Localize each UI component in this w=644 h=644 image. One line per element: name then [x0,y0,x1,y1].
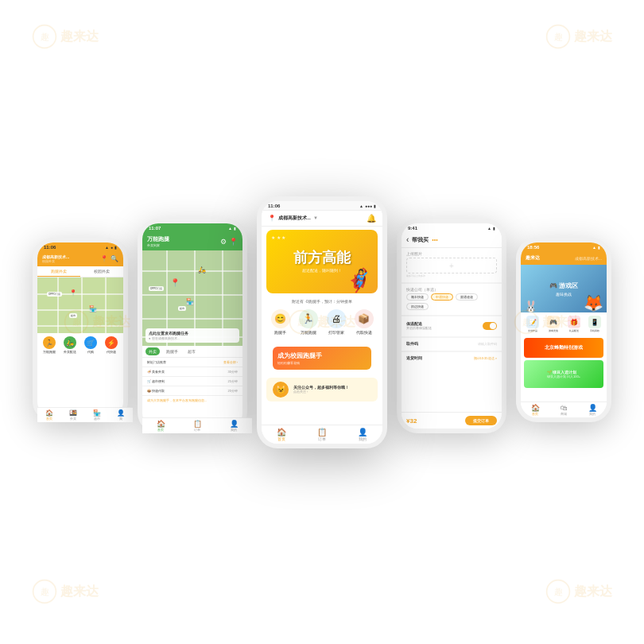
wifi-icon: ▲ [359,204,363,208]
tab-waimai[interactable]: 外卖 [145,347,160,355]
tab-paotui-ren[interactable]: 跑腿手 [163,347,181,355]
grid-icon-3: 🎁 [568,316,580,328]
road-h1 [142,270,242,272]
phone-2-map: 📍 🏪 🛵 OPPO门店 超市 点此位置发布跑腿任务 ● 您在成都高新技术... [142,250,242,346]
time-row: 送货时间 预计10:35送达 > [406,355,497,360]
chevron-down-icon[interactable]: ▼ [313,215,318,220]
promo-text: 成为大学跑腿手，在本平台发布跑腿信息... [142,396,242,405]
phone-3-wrapper: 11:06 ▲ ●●● ▮ 📍 成都高新技术... ▼ 🔔 [257,196,387,448]
service-icon-3: 🖨 [327,309,346,328]
grid-icon-1: 📝 [526,316,539,328]
phone-2-tab-me[interactable]: 👤 我的 [215,418,242,429]
phone-4-status-icons: ▲ ▮ [487,226,495,231]
phone-3-services: 😊 跑腿手 🏃 万能跑腿 🖨 打印管家 📦 代取快递 [262,306,382,338]
service-kuaidi[interactable]: ⚡ 代快递 [102,336,120,354]
service-print[interactable]: 🖨 打印管家 [324,309,348,335]
cartoon-character: 🦸‍♀️ [345,267,373,293]
grid-icon-2: 🎮 [547,316,560,328]
grid-item-3[interactable]: 🎁 礼品配送 [565,316,584,332]
tab-paotui[interactable]: 跑腿外卖 [37,266,80,277]
phone-3-subscribe[interactable]: 😺 关注公众号，超多福利等你哦！ 点击关注 › [266,378,378,402]
phone-3-tab-home[interactable]: 🏠 首页 [262,425,302,444]
settings-icon[interactable]: ⚙ [220,238,227,246]
protection-toggle[interactable] [483,322,497,330]
subscribe-avatar: 😺 [273,382,289,398]
phone-2-tabs[interactable]: 外卖 跑腿手 超市 [142,346,242,358]
phone-2-bottom-nav[interactable]: 🏠 首页 📋 订单 👤 我的 [142,417,242,429]
submit-order-button[interactable]: 提交订单 [465,416,497,425]
phone-3-location-area: 📍 成都高新技术... ▼ [268,215,318,222]
phone-4-more[interactable]: ••• [432,237,437,242]
battery-icon: ▮ [374,204,376,208]
signal-icon: ● [111,245,113,250]
road-h3 [142,318,242,320]
list-item-1[interactable]: 附近门店推荐 查看全部 › [142,358,242,367]
phone-3-bottom-nav[interactable]: 🏠 首页 📋 订单 👤 我的 [262,425,382,444]
express-yto[interactable]: 圆通速递 [456,293,478,301]
list-item-4[interactable]: 📦 快递代取 20分钟 [142,386,242,396]
phone-1-bottom-nav[interactable]: 🏠 首页 🍱 外卖 🏪 超市 👤 我 [37,407,123,417]
signal-icon: ●●● [365,204,372,208]
protection-label: 保温配送 开启后将保温配送 [406,321,432,330]
tab-chaoши[interactable]: 超市 [184,347,199,355]
map-pin-store: 🏪 [186,298,194,305]
grid-item-1[interactable]: 📝 文创作品 [524,316,542,332]
bottom-tab-waimai[interactable]: 🍱 外卖 [61,408,85,417]
battery-icon: ▮ [114,245,117,250]
grid-item-4[interactable]: 📱 手机回收 [585,316,603,332]
phone-2-tab-order[interactable]: 📋 订单 [179,418,215,429]
order-icon: 📋 [193,420,202,428]
bottom-tab-home[interactable]: 🏠 首页 [37,408,61,417]
phone-2-title-area: 万能跑腿 外卖到家 [147,235,169,247]
bottom-tab-supermarket[interactable]: 🏪 超市 [85,408,109,417]
phone-2-tab-home[interactable]: 🏠 首页 [142,418,179,429]
banner-content: 前方高能 超近配送，随叫随到！ [293,250,351,274]
service-icon-waimai: 🛵 [64,336,76,349]
service-paotui-ren[interactable]: 😊 跑腿手 [268,309,293,335]
phone-1-status-bar: 11:06 ▲ ● ▮ [37,242,123,251]
pickup-input[interactable]: 请输入取件码 [478,342,497,346]
phone-2-screen: 11:07 ▲ ▮ 万能跑腿 外卖到家 ⚙ 📍 [142,223,242,429]
bottom-tab-me[interactable]: 👤 我 [109,408,123,417]
grid-item-2[interactable]: 🎮 游戏充值 [545,316,563,332]
phone-3-tab-me[interactable]: 👤 我的 [342,425,382,444]
tab-xiaoyuan[interactable]: 校园外卖 [80,266,123,277]
phone-2-wrapper: 11:07 ▲ ▮ 万能跑腿 外卖到家 ⚙ 📍 [138,219,247,433]
list-item-3[interactable]: 🛒 超市便利 25分钟 [142,377,242,386]
user-icon: 👤 [588,404,597,412]
phone-5-tab-me[interactable]: 👤 我的 [578,402,607,417]
phone-3-tab-order[interactable]: 📋 订单 [302,425,343,444]
map-grid [37,277,123,333]
list-item-2[interactable]: 🍜 美食外卖 30分钟 [142,367,242,377]
phone-5-game-promo[interactable]: 🌱 绿豆入选计划 绿豆入选计划 日入100+ [524,360,603,388]
notification-icon[interactable]: 🔔 [367,214,376,223]
phone-3-promo[interactable]: 成为校园跑腿手 轻松松赚零花钱 [273,347,371,370]
back-button[interactable]: ‹ [406,235,409,244]
express-sf[interactable]: 顺丰快递 [406,293,429,301]
express-sto[interactable]: 申通快递 [431,293,453,301]
time-hint[interactable]: 预计10:35送达 > [474,356,497,360]
food-icon: 🍱 [69,409,77,417]
store-icon: 🏪 [93,409,101,417]
phone-3-header: 📍 成都高新技术... ▼ 🔔 [262,211,382,227]
battery-icon: ▮ [598,245,600,250]
phone-5-frame: 18:56 ▲ ▮ 趣来达 成都高新技术... 🎮 游戏区 趣味挑战 [516,238,611,422]
location-icon-2[interactable]: 📍 [229,238,238,246]
express-yunda[interactable]: 韵达快递 [406,303,429,310]
upload-area[interactable]: + [406,258,497,274]
phone-5-bottom-nav[interactable]: 🏠 首页 🛍 商城 👤 我的 [521,402,607,417]
phone-5-tab-shop[interactable]: 🛍 商城 [549,402,578,417]
wifi-icon: ▲ [105,245,109,250]
service-express[interactable]: 📦 代取快递 [351,309,376,335]
service-waimai[interactable]: 🛵 外卖配送 [61,336,80,354]
phone-4-frame: 9:41 ▲ ▮ ‹ 帮我买 ••• 上传图片 + [397,219,506,433]
map-pin-main: 📍 [170,278,180,287]
phone-5-promo: 北京蜂鹅特别游戏 [524,338,603,358]
service-daigou[interactable]: 🛒 代购 [82,336,100,354]
service-paotui[interactable]: 🏃 万能跑腿 [41,336,59,354]
phone-1-nav-tabs[interactable]: 跑腿外卖 校园外卖 [37,266,123,277]
phone-5-game-banner: 🎮 游戏区 趣味挑战 🦊 🐰 [521,265,607,312]
phone-5-tab-home[interactable]: 🏠 首页 [521,402,549,417]
stars-decoration: ★ ★ ★ [271,235,285,240]
service-wanneng[interactable]: 🏃 万能跑腿 [296,309,320,335]
